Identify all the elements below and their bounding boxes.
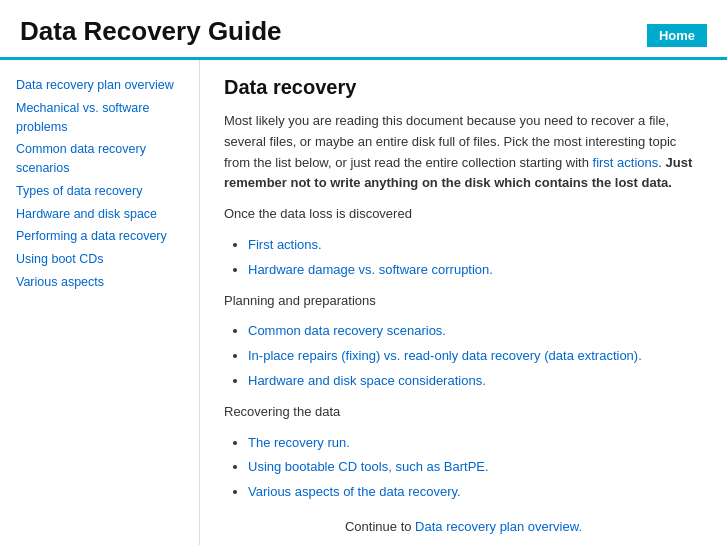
list-item: First actions.: [248, 235, 703, 256]
first-actions-link[interactable]: first actions: [593, 155, 659, 170]
main-content: Data recovery Most likely you are readin…: [200, 60, 727, 545]
continue-paragraph: Continue to Data recovery plan overview.: [224, 517, 703, 538]
page-title: Data Recovery Guide: [20, 16, 282, 47]
sidebar-link-common[interactable]: Common data recovery scenarios: [16, 140, 183, 178]
list-item: Common data recovery scenarios.: [248, 321, 703, 342]
continue-link[interactable]: Data recovery plan overview.: [415, 519, 582, 534]
list-item: In-place repairs (fixing) vs. read-only …: [248, 346, 703, 367]
section1-label: Once the data loss is discovered: [224, 204, 703, 225]
section2-label: Planning and preparations: [224, 291, 703, 312]
sidebar-link-performing[interactable]: Performing a data recovery: [16, 227, 183, 246]
section3-label: Recovering the data: [224, 402, 703, 423]
sidebar-link-types[interactable]: Types of data recovery: [16, 182, 183, 201]
section1-list: First actions.Hardware damage vs. softwa…: [224, 235, 703, 281]
header: Data Recovery Guide Home: [0, 0, 727, 60]
continue-text: Continue to: [345, 519, 415, 534]
sidebar-link-hardware[interactable]: Hardware and disk space: [16, 205, 183, 224]
home-button[interactable]: Home: [647, 24, 707, 47]
sidebar-link-bootcds[interactable]: Using boot CDs: [16, 250, 183, 269]
sidebar: Data recovery plan overviewMechanical vs…: [0, 60, 200, 545]
list-item: Various aspects of the data recovery.: [248, 482, 703, 503]
list-item: Hardware damage vs. software corruption.: [248, 260, 703, 281]
sidebar-link-plan-overview[interactable]: Data recovery plan overview: [16, 76, 183, 95]
intro-text-2: .: [658, 155, 665, 170]
list-item: Using bootable CD tools, such as BartPE.: [248, 457, 703, 478]
content-area: Data recovery plan overviewMechanical vs…: [0, 60, 727, 545]
intro-paragraph: Most likely you are reading this documen…: [224, 111, 703, 194]
main-heading: Data recovery: [224, 76, 703, 99]
section2-list: Common data recovery scenarios.In-place …: [224, 321, 703, 391]
list-item: The recovery run.: [248, 433, 703, 454]
sidebar-link-mechanical[interactable]: Mechanical vs. software problems: [16, 99, 183, 137]
list-item: Hardware and disk space considerations.: [248, 371, 703, 392]
sidebar-link-various[interactable]: Various aspects: [16, 273, 183, 292]
section3-list: The recovery run.Using bootable CD tools…: [224, 433, 703, 503]
